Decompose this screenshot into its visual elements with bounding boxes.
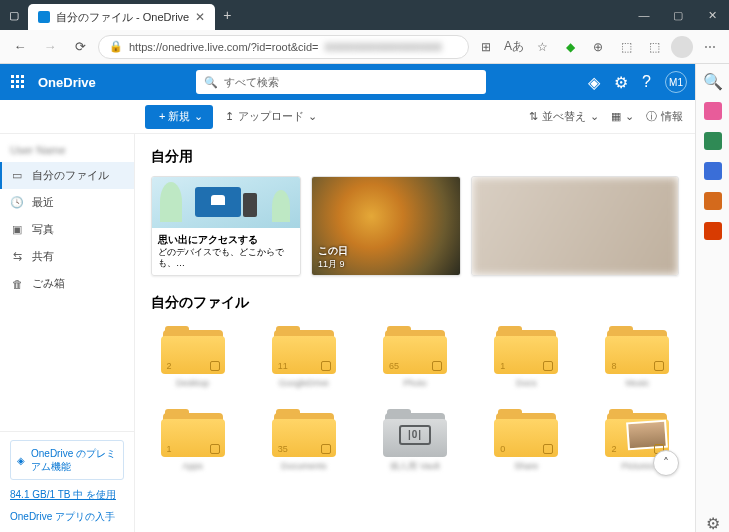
sidebar-item-shared[interactable]: ⇆共有	[0, 243, 134, 270]
sidebar-item-label: 写真	[32, 222, 54, 237]
minimize-button[interactable]: —	[627, 0, 661, 30]
chevron-down-icon: ⌄	[194, 110, 203, 123]
text-size-button[interactable]: Aあ	[503, 36, 525, 58]
collections-button[interactable]: ⊕	[587, 36, 609, 58]
vault-icon: |0|	[383, 409, 447, 457]
more-button[interactable]: ⋯	[699, 36, 721, 58]
brand-label[interactable]: OneDrive	[38, 75, 96, 90]
menu-button[interactable]: ⬚	[643, 36, 665, 58]
memories-title: 思い出にアクセスする	[158, 234, 258, 245]
folder-icon: 8	[605, 326, 669, 374]
window-menu-icon[interactable]: ▢	[0, 9, 28, 22]
close-window-button[interactable]: ✕	[695, 0, 729, 30]
chevron-down-icon: ⌄	[625, 110, 634, 123]
folder-item[interactable]: |0|個人用 Vault	[373, 409, 456, 472]
help-icon[interactable]: ?	[642, 73, 651, 91]
star-rail-icon[interactable]	[704, 102, 722, 120]
folder-item[interactable]: 1Docs	[485, 326, 568, 389]
folder-count: 2	[611, 444, 616, 454]
folder-item[interactable]: 8Music	[596, 326, 679, 389]
sidebar-item-photos[interactable]: ▣写真	[0, 216, 134, 243]
memories-sub: どのデバイスでも、どこからでも、…	[158, 247, 284, 269]
get-app-link[interactable]: OneDrive アプリの入手	[10, 510, 124, 524]
folder-item[interactable]: 2Desktop	[151, 326, 234, 389]
scroll-top-button[interactable]: ˄	[653, 450, 679, 476]
svg-rect-0	[11, 75, 14, 78]
sort-icon: ⇅	[529, 110, 538, 123]
folder-icon: 11	[272, 326, 336, 374]
refresh-button[interactable]: ⟳	[68, 35, 92, 59]
sidebar-item-label: ごみ箱	[32, 276, 65, 291]
onedrive-favicon	[38, 11, 50, 23]
search-input[interactable]: 🔍 すべて検索	[196, 70, 486, 94]
folder-label: Documents	[281, 461, 327, 472]
premium-icon[interactable]: ◈	[588, 73, 600, 92]
view-button[interactable]: ▦ ⌄	[611, 110, 634, 123]
folder-item[interactable]: 1Apps	[151, 409, 234, 472]
photo-thumbnail	[472, 177, 678, 275]
sidebar-item-recent[interactable]: 🕓最近	[0, 189, 134, 216]
settings-rail-icon[interactable]: ⚙	[704, 514, 722, 532]
sidebar-item-myfiles[interactable]: ▭自分のファイル	[0, 162, 134, 189]
address-bar[interactable]: 🔒 https://onedrive.live.com/?id=root&cid…	[98, 35, 469, 59]
bing-rail-icon[interactable]	[704, 132, 722, 150]
svg-rect-4	[16, 80, 19, 83]
folder-label: 個人用 Vault	[390, 461, 439, 472]
svg-rect-5	[21, 80, 24, 83]
new-button[interactable]: + 新規 ⌄	[145, 105, 213, 129]
thisday-title: この日	[318, 244, 348, 258]
folder-icon: 1	[494, 326, 558, 374]
settings-icon[interactable]: ⚙	[614, 73, 628, 92]
folder-item[interactable]: 65Photo	[373, 326, 456, 389]
browser-tab[interactable]: 自分のファイル - OneDrive ✕	[28, 4, 215, 30]
info-icon: ⓘ	[646, 109, 657, 124]
folder-count: 11	[278, 361, 288, 371]
account-avatar[interactable]: M1	[665, 71, 687, 93]
reader-button[interactable]: ⊞	[475, 36, 497, 58]
premium-banner[interactable]: ◈ OneDrive のプレミアム機能	[10, 440, 124, 480]
maximize-button[interactable]: ▢	[661, 0, 695, 30]
folder-item[interactable]: 11GoogleDrive	[262, 326, 345, 389]
info-button[interactable]: ⓘ 情報	[646, 109, 683, 124]
svg-rect-1	[16, 75, 19, 78]
folder-label: Desktop	[176, 378, 209, 389]
user-name: User Name	[0, 134, 134, 162]
upload-icon: ↥	[225, 110, 234, 123]
image-icon: ▣	[10, 223, 24, 236]
tools-rail-icon[interactable]	[704, 192, 722, 210]
office-rail-icon[interactable]	[704, 222, 722, 240]
folder-count: 0	[500, 444, 505, 454]
app-launcher-icon[interactable]	[8, 75, 28, 89]
url-host: https://onedrive.live.com/?id=root&cid=	[129, 41, 319, 53]
browser-toolbar: ← → ⟳ 🔒 https://onedrive.live.com/?id=ro…	[0, 30, 729, 64]
memories-illustration	[152, 177, 300, 228]
folder-count: 8	[611, 361, 616, 371]
sidebar-item-label: 共有	[32, 249, 54, 264]
search-placeholder: すべて検索	[224, 75, 279, 90]
file-area: 自分用 思い出にアクセスする どのデバイスでも、どこからでも、… この日 11月…	[135, 134, 695, 532]
forward-button[interactable]: →	[38, 35, 62, 59]
sort-button[interactable]: ⇅ 並べ替え ⌄	[529, 109, 599, 124]
new-tab-button[interactable]: +	[215, 7, 239, 23]
shield-icon[interactable]: ◆	[559, 36, 581, 58]
search-rail-icon[interactable]: 🔍	[704, 72, 722, 90]
extension-button[interactable]: ⬚	[615, 36, 637, 58]
grid-view-icon: ▦	[611, 110, 621, 123]
cart-rail-icon[interactable]	[704, 162, 722, 180]
photo-card[interactable]	[471, 176, 679, 276]
tab-close-icon[interactable]: ✕	[195, 10, 205, 24]
thisday-card[interactable]: この日 11月 9	[311, 176, 461, 276]
favorites-button[interactable]: ☆	[531, 36, 553, 58]
folder-label: Photo	[403, 378, 427, 389]
profile-avatar[interactable]	[671, 36, 693, 58]
back-button[interactable]: ←	[8, 35, 32, 59]
chevron-down-icon: ⌄	[590, 110, 599, 123]
folder-label: Music	[626, 378, 650, 389]
folder-item[interactable]: 0Share	[485, 409, 568, 472]
folder-icon: ▭	[10, 169, 24, 182]
folder-item[interactable]: 35Documents	[262, 409, 345, 472]
sidebar-item-recycle[interactable]: 🗑ごみ箱	[0, 270, 134, 297]
upload-button[interactable]: ↥ アップロード ⌄	[225, 109, 317, 124]
memories-card[interactable]: 思い出にアクセスする どのデバイスでも、どこからでも、…	[151, 176, 301, 276]
storage-link[interactable]: 84.1 GB/1 TB 中 を使用	[10, 488, 124, 502]
